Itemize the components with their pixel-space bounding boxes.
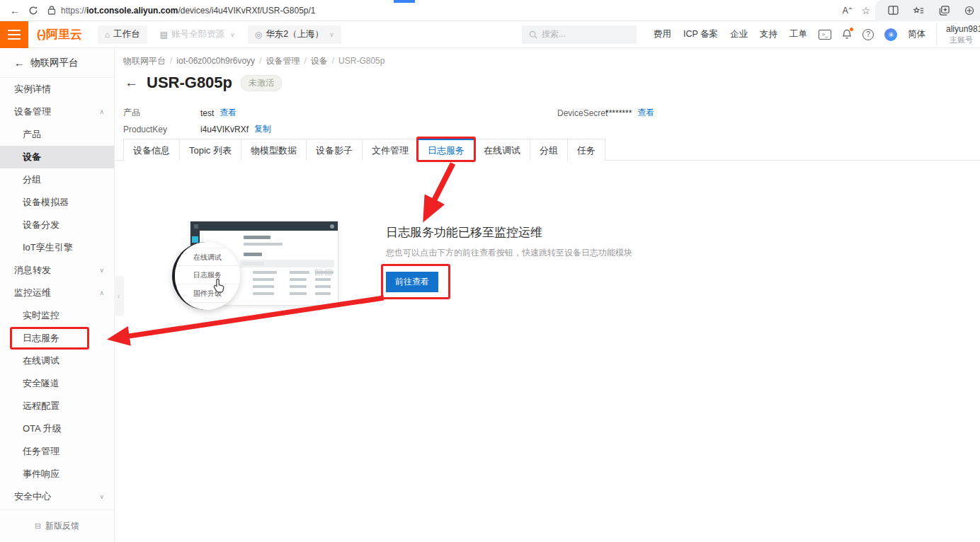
status-badge: 未激活 (241, 75, 282, 91)
log-service-illustration: 在线调试日志服务固件升级 (169, 216, 346, 315)
nav-link-费用[interactable]: 费用 (654, 28, 671, 40)
console-search-input[interactable]: 搜索... (522, 25, 637, 44)
notification-dot (850, 28, 853, 31)
sidebar-item-任务管理[interactable]: 任务管理 (0, 440, 114, 463)
nav-link-企业[interactable]: 企业 (730, 28, 748, 40)
devicesecret-view-link[interactable]: 查看 (637, 107, 654, 119)
sidebar-item-label: 设备模拟器 (23, 197, 69, 207)
device-tabs: 设备信息Topic 列表物模型数据设备影子文件管理日志服务在线调试分组任务 (115, 139, 980, 161)
nav-link-支持[interactable]: 支持 (760, 28, 777, 40)
devicesecret-label: DeviceSecret (557, 108, 605, 118)
sidebar-item-label: 远程配置 (23, 400, 59, 411)
sidebar-item-OTA 升级[interactable]: OTA 升级 (0, 417, 114, 440)
sidebar-item-设备模拟器[interactable]: 设备模拟器 (0, 191, 114, 214)
productkey-copy-link[interactable]: 复制 (254, 123, 271, 135)
tab-任务[interactable]: 任务 (567, 139, 605, 161)
sidebar-item-实时监控[interactable]: 实时监控 (0, 304, 114, 327)
chevron-up-icon: ∧ (99, 282, 104, 304)
go-view-button[interactable]: 前往查看 (386, 272, 438, 292)
tab-在线调试[interactable]: 在线调试 (474, 139, 530, 161)
sidebar-back-label: 物联网平台 (30, 48, 79, 78)
sidebar-collapse-handle[interactable]: ‹ (114, 276, 123, 316)
sidebar-item-日志服务[interactable]: 日志服务 (0, 327, 114, 350)
read-aloud-icon[interactable]: A⌃ (838, 3, 857, 18)
hero-description: 您也可以点击下方的前往查看按钮，快速跳转至设备日志功能模块 (386, 247, 632, 259)
sidebar-item-label: 任务管理 (23, 446, 59, 456)
feedback-label: 新版反馈 (45, 520, 79, 532)
illustration-menu-日志服务: 日志服务 (175, 266, 240, 284)
tab-日志服务[interactable]: 日志服务 (418, 139, 474, 161)
console-menu-toggle[interactable] (0, 21, 28, 48)
tab-分组[interactable]: 分组 (530, 139, 568, 161)
breadcrumb-item[interactable]: iot-06z00c0h9r6voyy (176, 56, 255, 66)
sidebar-item-安全隧道[interactable]: 安全隧道 (0, 372, 114, 395)
account-role: 主账号 (946, 35, 980, 45)
sidebar-item-label: 消息转发 (14, 265, 51, 275)
account-resources-dropdown[interactable]: ▤账号全部资源∨ (160, 28, 235, 40)
breadcrumb-item: USR-G805p (338, 56, 384, 66)
search-placeholder: 搜索... (542, 28, 566, 40)
resources-icon: ▤ (160, 30, 168, 40)
breadcrumb-item[interactable]: 物联网平台 (123, 56, 166, 66)
sidebar-item-消息转发[interactable]: 消息转发∨ (0, 259, 114, 282)
sidebar-item-在线调试[interactable]: 在线调试 (0, 350, 114, 372)
breadcrumb-separator: / (259, 56, 261, 66)
browser-extra-icon[interactable] (960, 3, 979, 18)
sidebar-item-事件响应[interactable]: 事件响应 (0, 463, 114, 485)
sidebar-item-产品[interactable]: 产品 (0, 123, 114, 146)
search-icon (529, 30, 537, 39)
help-icon[interactable]: ? (862, 29, 874, 40)
sidebar-item-label: 实时监控 (23, 310, 59, 321)
sidebar-item-监控运维[interactable]: 监控运维∧ (0, 282, 114, 304)
tab-设备影子[interactable]: 设备影子 (306, 139, 363, 161)
sidebar-menu: 实例详情设备管理∧产品设备分组设备模拟器设备分发IoT孪生引擎消息转发∨监控运维… (0, 78, 114, 508)
sidebar-item-IoT孪生引擎[interactable]: IoT孪生引擎 (0, 236, 114, 259)
workbench-button[interactable]: ⌂工作台 (98, 25, 147, 44)
language-switch[interactable]: 简体 (908, 28, 925, 40)
breadcrumb-item[interactable]: 设备管理 (266, 56, 300, 66)
sidebar-back-header[interactable]: ← 物联网平台 (0, 48, 114, 78)
browser-back-icon[interactable]: ← (6, 3, 24, 18)
page-title: USR-G805p (147, 74, 232, 92)
site-security-lock-icon[interactable] (42, 3, 61, 18)
productkey-label: ProductKey (123, 125, 200, 134)
account-name: aliyun98108 (946, 24, 980, 35)
split-screen-icon[interactable] (884, 3, 902, 18)
address-bar[interactable]: https://iot.console.aliyun.com/devices/i… (61, 6, 838, 16)
magnifier-circle: 在线调试日志服务固件升级 (172, 242, 240, 310)
tab-设备信息[interactable]: 设备信息 (123, 139, 180, 161)
region-selector[interactable]: ◎华东2（上海）∨ (248, 25, 341, 44)
favorites-bar-icon[interactable] (909, 3, 928, 18)
nav-link-ICP 备案[interactable]: ICP 备案 (683, 28, 718, 40)
product-view-link[interactable]: 查看 (220, 107, 237, 119)
nav-link-工单[interactable]: 工单 (790, 28, 807, 40)
chevron-down-icon: ∨ (99, 485, 104, 508)
tab-文件管理[interactable]: 文件管理 (362, 139, 418, 161)
browser-refresh-icon[interactable] (24, 3, 42, 18)
sidebar-item-实例详情[interactable]: 实例详情 (0, 78, 114, 100)
sidebar-item-分组[interactable]: 分组 (0, 168, 114, 191)
page-back-arrow[interactable]: ← (125, 75, 138, 91)
breadcrumb-item[interactable]: 设备 (311, 56, 328, 66)
sidebar-item-label: 事件响应 (23, 468, 59, 479)
sidebar-item-安全中心[interactable]: 安全中心∨ (0, 485, 114, 508)
tab-Topic 列表[interactable]: Topic 列表 (179, 139, 241, 161)
aliyun-logo[interactable]: (-)阿里云 (37, 26, 82, 42)
sidebar-item-设备管理[interactable]: 设备管理∧ (0, 100, 114, 123)
sidebar-item-远程配置[interactable]: 远程配置 (0, 395, 114, 417)
sidebar-item-设备[interactable]: 设备 (0, 146, 114, 168)
cloudshell-icon[interactable]: >_ (819, 30, 831, 40)
product-value: test (200, 108, 214, 118)
product-label: 产品 (123, 107, 200, 119)
tab-物模型数据[interactable]: 物模型数据 (241, 139, 307, 161)
sidebar-item-设备分发[interactable]: 设备分发 (0, 214, 114, 236)
app-center-icon[interactable]: ✳ (884, 28, 897, 41)
url-path: /devices/i4u4VIKvRXf/USR-G805p/1 (178, 6, 315, 16)
feedback-button[interactable]: ⊟ 新版反馈 (0, 509, 114, 542)
notifications-bell-icon[interactable] (842, 29, 852, 40)
back-arrow-icon: ← (14, 48, 25, 78)
chevron-up-icon: ∧ (99, 100, 104, 123)
account-menu[interactable]: aliyun98108 主账号 (936, 23, 980, 47)
favorite-star-icon[interactable]: ☆ (857, 3, 875, 18)
collections-icon[interactable] (935, 3, 953, 18)
